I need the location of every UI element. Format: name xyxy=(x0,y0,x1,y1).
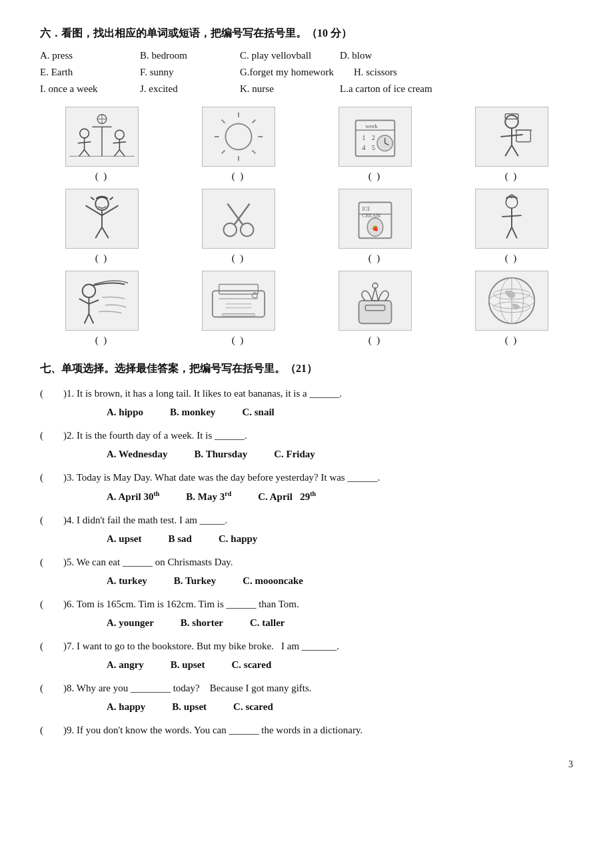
image-7: ICE CREAM 🍓 xyxy=(338,189,412,249)
q4-choices: A. upset B sad C. happy xyxy=(107,531,573,548)
q5-paren[interactable]: ( ) xyxy=(40,554,67,571)
q2-paren[interactable]: ( ) xyxy=(40,427,67,445)
q1-paren[interactable]: ( ) xyxy=(40,385,67,403)
blank-11[interactable]: ( ) xyxy=(368,335,382,346)
q3-paren[interactable]: ( ) xyxy=(40,469,67,487)
q9-body: If you don't know the words. You can ___… xyxy=(77,725,362,735)
section6-title: 六．看图，找出相应的单词或短语，把编号写在括号里。（10 分） xyxy=(40,27,573,41)
q5-body: We can eat ______ on Chrismasts Day. xyxy=(77,557,233,567)
image-cell-8: ( ) xyxy=(450,189,573,264)
q9-num: 9. xyxy=(67,725,74,735)
section-7: 七、单项选择。选择最佳答案，把编号写在括号里。（21） ( ) 1. It is… xyxy=(40,362,573,739)
blank-3[interactable]: ( ) xyxy=(368,171,382,182)
q7-choice-a: A. angry xyxy=(107,657,144,674)
options-row-2: E. Earth F. sunny G.forget my homework H… xyxy=(40,67,573,78)
options-row-1: A. press B. bedroom C. play vellovball D… xyxy=(40,50,573,61)
q4-content: 4. I didn't fail the math test. I am ___… xyxy=(67,512,573,547)
question-row-5: ( ) 5. We can eat ______ on Chrismasts D… xyxy=(40,554,573,589)
option-A: A. press xyxy=(40,50,120,61)
q9-content: 9. If you don't know the words. You can … xyxy=(67,722,573,739)
image-cell-9: ( ) xyxy=(40,271,163,346)
question-row-7: ( ) 7. I want to go to the bookstore. Bu… xyxy=(40,638,573,673)
option-J: J. excited xyxy=(140,83,220,95)
q8-choice-c: C. scared xyxy=(233,699,273,716)
q3-choices: A. April 30th B. May 3rd C. April 29th xyxy=(107,488,573,506)
question-row-1: ( ) 1. It is brown, it has a long tail. … xyxy=(40,385,573,421)
q1-choice-b: B. monkey xyxy=(170,404,215,421)
q7-content: 7. I want to go to the bookstore. But my… xyxy=(67,638,573,673)
blank-8[interactable]: ( ) xyxy=(505,253,518,264)
q8-content: 8. Why are you ________ today? Because I… xyxy=(67,680,573,715)
svg-rect-86 xyxy=(203,271,275,330)
image-8 xyxy=(475,189,548,249)
image-12 xyxy=(475,271,548,331)
blank-1[interactable]: ( ) xyxy=(95,171,109,182)
image-cell-11: ( ) xyxy=(313,271,436,346)
q6-body: Tom is 165cm. Tim is 162cm. Tim is _____… xyxy=(77,599,299,609)
svg-text:4: 4 xyxy=(362,144,365,151)
image-cell-1: ( ) xyxy=(40,107,163,182)
blank-7[interactable]: ( ) xyxy=(368,253,382,264)
q6-paren[interactable]: ( ) xyxy=(40,596,67,613)
q8-choice-b: B. upset xyxy=(172,699,207,716)
q7-choice-b: B. upset xyxy=(171,657,205,674)
q4-paren[interactable]: ( ) xyxy=(40,512,67,529)
q8-choice-a: A. happy xyxy=(107,699,145,716)
image-cell-2: ( ) xyxy=(177,107,300,182)
q2-choices: A. Wednesday B. Thursday C. Friday xyxy=(107,446,573,463)
question-row-6: ( ) 6. Tom is 165cm. Tim is 162cm. Tim i… xyxy=(40,596,573,631)
blank-9[interactable]: ( ) xyxy=(95,335,109,346)
blank-6[interactable]: ( ) xyxy=(232,253,245,264)
q7-choices: A. angry B. upset C. scared xyxy=(107,657,573,674)
image-3: week 1 2 3 4 5 xyxy=(338,107,412,167)
svg-rect-79 xyxy=(66,271,138,330)
image-cell-12: ( ) xyxy=(450,271,573,346)
q5-choice-a: A. turkey xyxy=(107,573,147,590)
image-6 xyxy=(202,189,275,249)
q3-choice-a: A. April 30th xyxy=(107,488,159,506)
blank-4[interactable]: ( ) xyxy=(505,171,518,182)
option-E: E. Earth xyxy=(40,67,120,78)
image-5 xyxy=(65,189,139,249)
q1-text: 1. xyxy=(67,388,74,399)
q7-choice-c: C. scared xyxy=(232,657,272,674)
images-grid: ( ) ( ) xyxy=(40,107,573,346)
svg-rect-90 xyxy=(222,314,255,317)
q6-content: 6. Tom is 165cm. Tim is 162cm. Tim is __… xyxy=(67,596,573,631)
blank-12[interactable]: ( ) xyxy=(505,335,518,346)
option-F: F. sunny xyxy=(140,67,220,78)
image-11 xyxy=(338,271,412,331)
q2-choice-b: B. Thursday xyxy=(194,446,247,463)
q3-body: Today is May Day. What date was the day … xyxy=(77,472,380,483)
option-K: K. nurse xyxy=(240,83,320,95)
q1-choice-c: C. snail xyxy=(242,404,274,421)
question-row-3: ( ) 3. Today is May Day. What date was t… xyxy=(40,469,573,505)
q7-paren[interactable]: ( ) xyxy=(40,638,67,655)
q8-num: 8. xyxy=(67,683,74,693)
svg-rect-95 xyxy=(358,301,391,323)
section7-title: 七、单项选择。选择最佳答案，把编号写在括号里。（21） xyxy=(40,362,573,376)
q7-body: I want to go to the bookstore. But my bi… xyxy=(77,641,339,651)
q3-content: 3. Today is May Day. What date was the d… xyxy=(67,469,573,505)
blank-5[interactable]: ( ) xyxy=(95,253,109,264)
q8-paren[interactable]: ( ) xyxy=(40,680,67,697)
image-cell-10: ( ) xyxy=(177,271,300,346)
image-2 xyxy=(202,107,275,167)
q6-choice-b: B. shorter xyxy=(181,615,223,632)
q4-choice-b: B sad xyxy=(169,531,192,548)
image-4 xyxy=(475,107,548,167)
q6-choice-a: A. younger xyxy=(107,615,154,632)
blank-10[interactable]: ( ) xyxy=(232,335,245,346)
blank-2[interactable]: ( ) xyxy=(232,171,245,182)
image-1 xyxy=(65,107,139,167)
image-9 xyxy=(65,271,139,331)
q5-choices: A. turkey B. Turkey C. moooncake xyxy=(107,573,573,590)
svg-text:CREAM: CREAM xyxy=(362,213,380,219)
q9-paren[interactable]: ( ) xyxy=(40,722,67,739)
options-row-3: I. once a week J. excited K. nurse L.a c… xyxy=(40,83,573,95)
q8-choices: A. happy B. upset C. scared xyxy=(107,699,573,716)
option-D: D. blow xyxy=(340,50,420,61)
svg-text:week: week xyxy=(365,123,378,129)
question-row-9: ( ) 9. If you don't know the words. You … xyxy=(40,722,573,739)
q5-choice-b: B. Turkey xyxy=(174,573,216,590)
